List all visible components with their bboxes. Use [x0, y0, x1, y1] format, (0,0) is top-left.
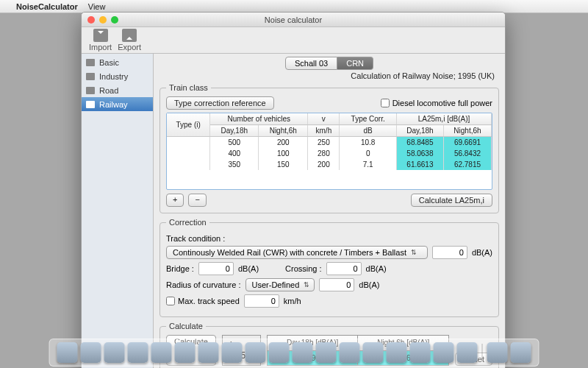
bridge-label: Bridge : [166, 264, 194, 273]
export-button[interactable]: Export [118, 29, 141, 52]
sidebar-item-railway[interactable]: Railway [82, 97, 153, 111]
col-typecorr[interactable]: Type Corr. [340, 113, 397, 125]
industry-icon [86, 73, 95, 80]
col-day[interactable]: Day,18h [210, 125, 259, 137]
col-db[interactable]: dB [340, 125, 397, 137]
titlebar: Noise calculator [82, 13, 505, 27]
dock [49, 339, 539, 367]
train-class-group: Train class Type correction reference Di… [159, 83, 499, 213]
type-correction-button[interactable]: Type correction reference [166, 96, 274, 110]
dock-trash-icon[interactable] [511, 342, 531, 363]
dock-app-icon[interactable] [434, 342, 454, 363]
sidebar: Basic Industry Road Railway [82, 54, 154, 368]
calculate-legend: Calculate [166, 322, 206, 330]
menubar-app[interactable]: NoiseCalculator [16, 2, 78, 11]
dock-separator [482, 344, 483, 361]
dock-app-icon[interactable] [245, 342, 266, 363]
import-button[interactable]: Import [89, 29, 112, 52]
max-speed-checkbox[interactable]: Max. track speed [166, 297, 240, 305]
col-numvehicles[interactable]: Number of vehicles [210, 113, 308, 125]
col-night[interactable]: Night,6h [259, 125, 308, 137]
table-row[interactable]: 400100280058.063856.8432 [167, 148, 492, 159]
road-icon [86, 87, 95, 94]
dock-app-icon[interactable] [269, 342, 290, 363]
dock-app-icon[interactable] [104, 342, 125, 363]
dock-app-icon[interactable] [175, 342, 196, 363]
dock-app-icon[interactable] [363, 342, 384, 363]
col-v[interactable]: v [308, 113, 340, 125]
dock-app-icon[interactable] [410, 342, 431, 363]
tabbar: Schall 03 CRN [159, 57, 499, 70]
dock-finder-icon[interactable] [57, 342, 78, 363]
radius-select[interactable]: User-Defined⇅ [245, 278, 315, 291]
max-speed-input[interactable] [244, 294, 279, 308]
main-panel: Schall 03 CRN Calculation of Railway Noi… [154, 54, 505, 368]
tab-crn[interactable]: CRN [337, 57, 373, 70]
chevron-updown-icon: ⇅ [304, 281, 309, 289]
dock-app-icon[interactable] [198, 342, 219, 363]
calculate-la25-button[interactable]: Calculate LA25m,i [411, 194, 492, 207]
page-subtitle: Calculation of Railway Noise; 1995 (UK) [159, 71, 495, 80]
col-la-day[interactable]: Day,18h [396, 125, 443, 137]
railway-icon [86, 101, 95, 108]
radius-label: Radius of curvature : [166, 280, 241, 289]
correction-legend: Correction [166, 218, 209, 227]
radius-input[interactable] [319, 278, 354, 291]
menubar-view[interactable]: View [88, 2, 106, 11]
dock-app-icon[interactable] [151, 342, 172, 363]
track-condition-select[interactable]: Continously Welded Rail (CWR) with concr… [166, 246, 428, 259]
dock-app-icon[interactable] [457, 342, 478, 363]
dock-app-icon[interactable] [387, 342, 407, 363]
dock-app-icon[interactable] [487, 342, 508, 363]
sidebar-item-industry[interactable]: Industry [82, 69, 153, 83]
col-type[interactable]: Type (i) [167, 113, 210, 137]
diesel-checkbox-input[interactable] [381, 99, 390, 107]
crossing-input[interactable] [326, 262, 362, 275]
remove-row-button[interactable]: − [188, 194, 206, 207]
basic-icon [86, 59, 95, 66]
tab-schall03[interactable]: Schall 03 [285, 57, 337, 70]
diesel-checkbox[interactable]: Diesel locomotive full power [381, 99, 492, 107]
track-condition-label: Track condition : [166, 234, 225, 243]
dock-app-icon[interactable] [222, 342, 243, 363]
crossing-label: Crossing : [285, 264, 322, 273]
dock-app-icon[interactable] [316, 342, 337, 363]
app-window: Noise calculator Import Export Basic Ind… [81, 12, 506, 368]
import-icon [93, 29, 108, 42]
col-la25[interactable]: LA25m,i [dB(A)] [396, 113, 491, 125]
col-la-night[interactable]: Night,6h [443, 125, 491, 137]
max-speed-checkbox-input[interactable] [166, 297, 175, 305]
train-table[interactable]: Type (i) Number of vehicles v Type Corr.… [166, 113, 492, 190]
col-kmh[interactable]: km/h [308, 125, 340, 137]
track-condition-value[interactable] [432, 246, 467, 259]
toolbar: Import Export [82, 27, 505, 54]
dock-app-icon[interactable] [340, 342, 360, 363]
window-title: Noise calculator [82, 15, 505, 24]
chevron-updown-icon: ⇅ [411, 249, 417, 256]
table-row[interactable]: 50020025010.868.848569.6691 [167, 137, 492, 149]
dock-app-icon[interactable] [81, 342, 101, 363]
bridge-input[interactable] [198, 262, 234, 275]
dock-app-icon[interactable] [128, 342, 148, 363]
export-icon [122, 29, 137, 42]
table-row[interactable]: 3501502007.161.661362.7815 [167, 159, 492, 170]
dock-app-icon[interactable] [293, 342, 313, 363]
train-class-legend: Train class [166, 83, 211, 92]
sidebar-item-road[interactable]: Road [82, 83, 153, 97]
sidebar-item-basic[interactable]: Basic [82, 55, 153, 69]
correction-group: Correction Track condition : Continously… [159, 218, 499, 317]
add-row-button[interactable]: + [166, 194, 184, 207]
